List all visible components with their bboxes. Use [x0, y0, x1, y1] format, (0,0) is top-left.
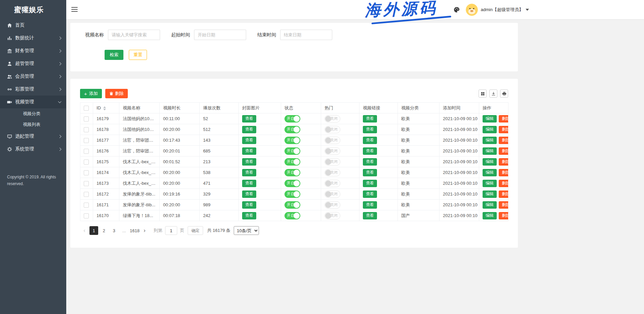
- page-number-button[interactable]: 3: [110, 226, 118, 235]
- view-link-button[interactable]: 查看: [363, 180, 377, 187]
- view-cover-button[interactable]: 查看: [242, 147, 256, 155]
- status-toggle[interactable]: 开启: [285, 158, 300, 166]
- sort-icon[interactable]: [103, 106, 106, 110]
- view-cover-button[interactable]: 查看: [242, 126, 256, 133]
- delete-button[interactable]: 删除: [499, 180, 508, 187]
- view-cover-button[interactable]: 查看: [242, 212, 256, 219]
- edit-button[interactable]: 编辑: [483, 147, 497, 155]
- hot-toggle[interactable]: 关闭: [325, 126, 340, 133]
- reset-button[interactable]: 重置: [129, 50, 147, 60]
- page-number-button[interactable]: 1: [89, 226, 98, 235]
- select-all-checkbox[interactable]: [84, 106, 89, 111]
- view-cover-button[interactable]: 查看: [242, 169, 256, 176]
- view-cover-button[interactable]: 查看: [242, 137, 256, 144]
- view-cover-button[interactable]: 查看: [242, 180, 256, 187]
- status-toggle[interactable]: 开启: [285, 180, 300, 187]
- sidebar-item-users[interactable]: 会员管理: [0, 70, 66, 83]
- sidebar-subitem[interactable]: 视频分类: [0, 108, 66, 119]
- row-checkbox[interactable]: [84, 192, 89, 197]
- delete-button[interactable]: 删除: [499, 115, 508, 123]
- avatar[interactable]: [466, 4, 478, 16]
- row-checkbox[interactable]: [84, 203, 89, 208]
- sidebar-item-bank[interactable]: 财务管理: [0, 44, 66, 57]
- sidebar-item-gear[interactable]: 系统管理: [0, 143, 66, 155]
- view-link-button[interactable]: 查看: [363, 126, 377, 133]
- view-link-button[interactable]: 查看: [363, 137, 377, 144]
- page-number-button[interactable]: 2: [100, 226, 108, 235]
- delete-button[interactable]: 删除: [499, 147, 508, 155]
- delete-button[interactable]: 删除: [499, 201, 508, 209]
- view-link-button[interactable]: 查看: [363, 147, 377, 155]
- view-cover-button[interactable]: 查看: [242, 158, 256, 166]
- hot-toggle[interactable]: 关闭: [325, 190, 340, 198]
- edit-button[interactable]: 编辑: [483, 137, 497, 144]
- view-link-button[interactable]: 查看: [363, 169, 377, 176]
- delete-button[interactable]: 删除: [499, 169, 508, 176]
- edit-button[interactable]: 编辑: [483, 180, 497, 187]
- hot-toggle[interactable]: 关闭: [325, 158, 340, 166]
- delete-button[interactable]: 删除: [499, 158, 508, 166]
- menu-toggle-icon[interactable]: [71, 7, 78, 13]
- add-button[interactable]: +添加: [80, 89, 102, 98]
- hot-toggle[interactable]: 关闭: [325, 137, 340, 144]
- edit-button[interactable]: 编辑: [483, 190, 497, 198]
- status-toggle[interactable]: 开启: [285, 190, 300, 198]
- status-toggle[interactable]: 开启: [285, 212, 300, 219]
- view-link-button[interactable]: 查看: [363, 158, 377, 166]
- edit-button[interactable]: 编辑: [483, 126, 497, 133]
- edit-button[interactable]: 编辑: [483, 169, 497, 176]
- sidebar-item-chart[interactable]: 数据统计: [0, 32, 66, 44]
- sidebar-item-screen[interactable]: 选妃管理: [0, 130, 66, 143]
- columns-icon[interactable]: [479, 90, 487, 98]
- row-checkbox[interactable]: [84, 213, 89, 218]
- view-cover-button[interactable]: 查看: [242, 201, 256, 209]
- download-icon[interactable]: [489, 90, 497, 98]
- prev-page-button[interactable]: ‹: [80, 226, 89, 235]
- hot-toggle[interactable]: 关闭: [325, 212, 340, 219]
- row-checkbox[interactable]: [84, 160, 89, 165]
- row-checkbox[interactable]: [84, 149, 89, 154]
- batch-delete-button[interactable]: 删除: [105, 89, 128, 98]
- view-link-button[interactable]: 查看: [363, 115, 377, 123]
- status-toggle[interactable]: 开启: [285, 137, 300, 144]
- next-page-button[interactable]: ›: [140, 226, 149, 235]
- hot-toggle[interactable]: 关闭: [325, 201, 340, 209]
- page-size-select[interactable]: 10条/页: [234, 226, 259, 235]
- view-link-button[interactable]: 查看: [363, 201, 377, 209]
- edit-button[interactable]: 编辑: [483, 115, 497, 123]
- confirm-page-button[interactable]: 确定: [188, 226, 203, 235]
- delete-button[interactable]: 删除: [499, 126, 508, 133]
- status-toggle[interactable]: 开启: [285, 147, 300, 155]
- row-checkbox[interactable]: [84, 138, 89, 143]
- row-checkbox[interactable]: [84, 116, 89, 121]
- edit-button[interactable]: 编辑: [483, 201, 497, 209]
- edit-button[interactable]: 编辑: [483, 212, 497, 219]
- delete-button[interactable]: 删除: [499, 190, 508, 198]
- sidebar-item-video[interactable]: 视频管理: [0, 96, 66, 108]
- hot-toggle[interactable]: 关闭: [325, 180, 340, 187]
- sidebar-item-lottery[interactable]: 彩票管理: [0, 83, 66, 96]
- edit-button[interactable]: 编辑: [483, 158, 497, 166]
- palette-icon[interactable]: [454, 7, 460, 13]
- print-icon[interactable]: [500, 90, 508, 98]
- delete-button[interactable]: 删除: [499, 212, 508, 219]
- search-button[interactable]: 检索: [105, 50, 123, 60]
- status-toggle[interactable]: 开启: [285, 201, 300, 209]
- row-checkbox[interactable]: [84, 127, 89, 132]
- view-cover-button[interactable]: 查看: [242, 190, 256, 198]
- hot-toggle[interactable]: 关闭: [325, 169, 340, 176]
- goto-page-input[interactable]: [165, 226, 177, 235]
- sidebar-item-admin[interactable]: 超管管理: [0, 57, 66, 70]
- status-toggle[interactable]: 开启: [285, 169, 300, 176]
- view-link-button[interactable]: 查看: [363, 212, 377, 219]
- page-number-button[interactable]: 1618: [130, 226, 140, 235]
- hot-toggle[interactable]: 关闭: [325, 147, 340, 155]
- username-text[interactable]: admin【超级管理员】: [481, 7, 523, 13]
- view-link-button[interactable]: 查看: [363, 190, 377, 198]
- row-checkbox[interactable]: [84, 170, 89, 175]
- view-cover-button[interactable]: 查看: [242, 115, 256, 123]
- video-name-input[interactable]: [108, 30, 160, 40]
- status-toggle[interactable]: 开启: [285, 115, 300, 123]
- hot-toggle[interactable]: 关闭: [325, 115, 340, 123]
- end-date-input[interactable]: [280, 30, 332, 40]
